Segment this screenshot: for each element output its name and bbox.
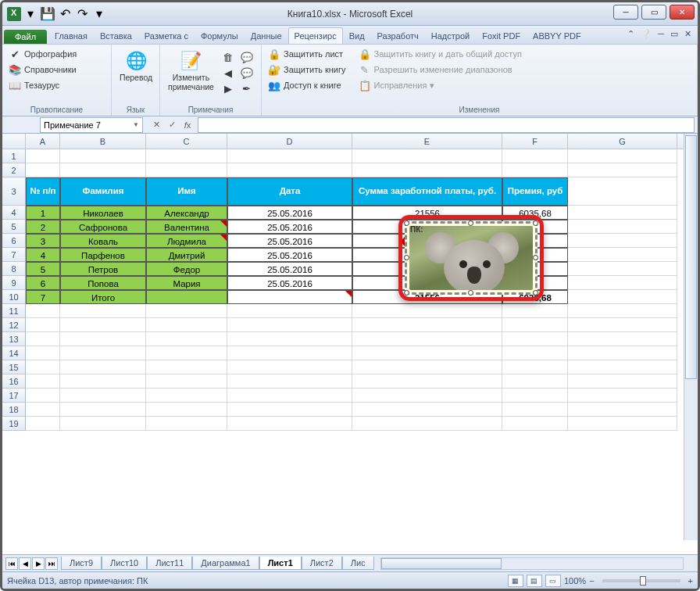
cell-G8[interactable] xyxy=(568,262,677,276)
cell-D6[interactable]: 25.05.2016 xyxy=(227,234,352,248)
cell-C14[interactable] xyxy=(146,346,227,360)
cell-F14[interactable] xyxy=(502,346,568,360)
sheet-tab-Лист11[interactable]: Лист11 xyxy=(147,557,192,570)
cell-G1[interactable] xyxy=(568,149,677,163)
cell-B2[interactable] xyxy=(60,163,146,177)
translate-button[interactable]: 🌐Перевод xyxy=(116,47,155,84)
cell-C19[interactable] xyxy=(146,417,227,431)
cell-C3[interactable]: Имя xyxy=(146,177,227,206)
cell-D4[interactable]: 25.05.2016 xyxy=(227,206,352,220)
research-button[interactable]: 📚Справочники xyxy=(7,63,78,77)
cell-F11[interactable] xyxy=(502,304,568,318)
cell-A13[interactable] xyxy=(26,332,60,346)
cell-B19[interactable] xyxy=(60,417,146,431)
cell-E19[interactable] xyxy=(352,417,502,431)
cell-A6[interactable]: 3 xyxy=(26,234,60,248)
cell-F12[interactable] xyxy=(502,318,568,332)
row-header-12[interactable]: 12 xyxy=(2,318,26,332)
comment-popup[interactable]: ПК: xyxy=(405,221,538,295)
cell-A12[interactable] xyxy=(26,318,60,332)
cell-C10[interactable] xyxy=(146,290,227,304)
cell-E14[interactable] xyxy=(352,346,502,360)
cell-D8[interactable]: 25.05.2016 xyxy=(227,262,352,276)
row-header-3[interactable]: 3 xyxy=(2,177,26,206)
sheet-tab-Лист1[interactable]: Лист1 xyxy=(259,557,302,570)
cell-A9[interactable]: 6 xyxy=(26,276,60,290)
row-header-9[interactable]: 9 xyxy=(2,276,26,290)
cell-D9[interactable]: 25.05.2016 xyxy=(227,276,352,290)
cell-A5[interactable]: 2 xyxy=(26,220,60,234)
cell-D2[interactable] xyxy=(227,163,352,177)
cell-B8[interactable]: Петров xyxy=(60,262,146,276)
resize-handle[interactable] xyxy=(404,255,409,260)
cell-G2[interactable] xyxy=(568,163,677,177)
cell-G6[interactable] xyxy=(568,234,677,248)
tab-layout[interactable]: Разметка с xyxy=(138,27,195,44)
cell-B3[interactable]: Фамилия xyxy=(60,177,146,206)
cell-B13[interactable] xyxy=(60,332,146,346)
cell-B10[interactable]: Итого xyxy=(60,290,146,304)
cell-A7[interactable]: 4 xyxy=(26,248,60,262)
sheet-nav-next[interactable]: ▶ xyxy=(32,557,45,570)
cell-G11[interactable] xyxy=(568,304,677,318)
wb-close-button[interactable]: ✕ xyxy=(684,29,691,39)
cell-A8[interactable]: 5 xyxy=(26,262,60,276)
tab-data[interactable]: Данные xyxy=(245,27,288,44)
cell-C12[interactable] xyxy=(146,318,227,332)
edit-comment-button[interactable]: 📝Изменить примечание xyxy=(165,47,217,93)
cell-G15[interactable] xyxy=(568,360,677,374)
col-header-E[interactable]: E xyxy=(352,134,502,149)
redo-button[interactable]: ↷ xyxy=(74,6,90,22)
scrollbar-thumb[interactable] xyxy=(685,135,697,379)
allow-ranges-button[interactable]: ✎Разрешить изменение диапазонов xyxy=(357,63,523,77)
tab-home[interactable]: Главная xyxy=(48,27,94,44)
row-header-8[interactable]: 8 xyxy=(2,262,26,276)
cell-G9[interactable] xyxy=(568,276,677,290)
qat-customize[interactable]: ▾ xyxy=(91,6,107,22)
cell-E18[interactable] xyxy=(352,403,502,417)
row-header-17[interactable]: 17 xyxy=(2,389,26,403)
tab-view[interactable]: Вид xyxy=(343,27,371,44)
row-header-18[interactable]: 18 xyxy=(2,403,26,417)
cell-D18[interactable] xyxy=(227,403,352,417)
row-header-2[interactable]: 2 xyxy=(2,163,26,177)
cell-F18[interactable] xyxy=(502,403,568,417)
cell-F2[interactable] xyxy=(502,163,568,177)
cell-B11[interactable] xyxy=(60,304,146,318)
row-header-11[interactable]: 11 xyxy=(2,304,26,318)
cell-F1[interactable] xyxy=(502,149,568,163)
row-header-16[interactable]: 16 xyxy=(2,374,26,389)
cell-C4[interactable]: Александр xyxy=(146,206,227,220)
cell-B16[interactable] xyxy=(60,374,146,389)
cell-E3[interactable]: Сумма заработной платы, руб. xyxy=(352,177,502,206)
zoom-thumb[interactable] xyxy=(640,576,646,586)
cell-A19[interactable] xyxy=(26,417,60,431)
cell-G16[interactable] xyxy=(568,374,677,389)
resize-handle[interactable] xyxy=(533,255,538,260)
cell-F17[interactable] xyxy=(502,389,568,403)
cell-G19[interactable] xyxy=(568,417,677,431)
row-header-15[interactable]: 15 xyxy=(2,360,26,374)
resize-handle[interactable] xyxy=(404,290,409,296)
cell-G14[interactable] xyxy=(568,346,677,360)
cell-A1[interactable] xyxy=(26,149,60,163)
cell-E16[interactable] xyxy=(352,374,502,389)
cell-G7[interactable] xyxy=(568,248,677,262)
view-pagebreak-button[interactable]: ▭ xyxy=(545,575,561,587)
spelling-button[interactable]: ✔Орфография xyxy=(7,47,78,61)
next-comment-button[interactable]: ▶ xyxy=(220,81,236,95)
resize-handle[interactable] xyxy=(468,220,473,226)
cell-A3[interactable]: № п/п xyxy=(26,177,60,206)
cell-D11[interactable] xyxy=(227,304,352,318)
cell-C13[interactable] xyxy=(146,332,227,346)
share-workbook-button[interactable]: 👥Доступ к книге xyxy=(266,78,348,92)
undo-button[interactable]: ↶ xyxy=(57,6,73,22)
protect-workbook-button[interactable]: 🔐Защитить книгу xyxy=(266,63,348,77)
cell-C1[interactable] xyxy=(146,149,227,163)
cell-B4[interactable]: Николаев xyxy=(60,206,146,220)
formula-input[interactable] xyxy=(198,117,695,133)
tab-addins[interactable]: Надстрой xyxy=(425,27,476,44)
cell-D12[interactable] xyxy=(227,318,352,332)
cell-G18[interactable] xyxy=(568,403,677,417)
cell-E2[interactable] xyxy=(352,163,502,177)
